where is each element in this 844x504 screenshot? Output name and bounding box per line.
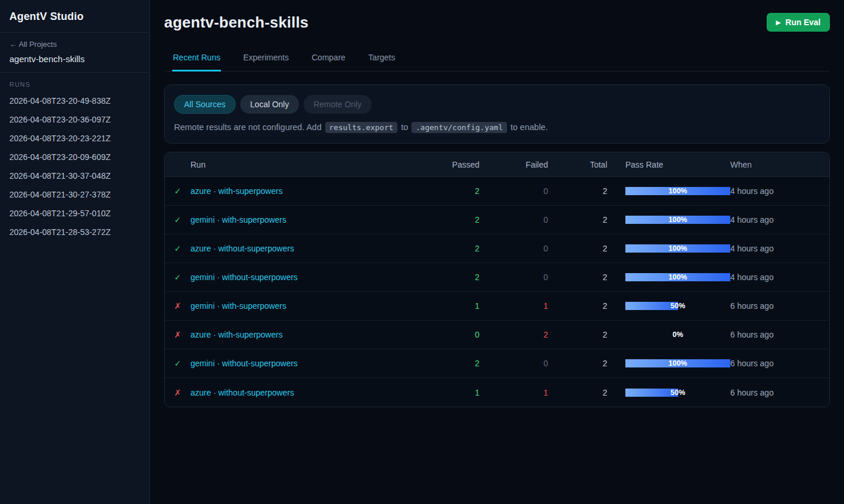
passed-count: 2 [427,215,479,224]
runs-heading: RUNS [9,81,140,88]
run-eval-button[interactable]: ▶ Run Eval [767,13,830,32]
pass-rate-label: 50% [625,389,730,397]
pass-rate-label: 50% [625,302,730,310]
filter-chip-remote-only: Remote Only [304,95,372,114]
run-link[interactable]: gemini · without-superpowers [190,359,427,368]
run-link[interactable]: azure · without-superpowers [190,388,427,397]
status-icon: ✗ [165,301,190,311]
play-icon: ▶ [776,19,781,26]
total-count: 2 [548,186,607,196]
table-row[interactable]: ✓ gemini · without-superpowers 2 0 2 100… [165,263,829,292]
run-eval-label: Run Eval [785,18,821,27]
when-label: 6 hours ago [730,359,829,368]
pass-rate-cell: 100% [607,216,730,224]
pass-rate-label: 100% [625,273,730,281]
filter-chip-local-only[interactable]: Local Only [240,95,299,114]
pass-rate-cell: 100% [607,187,730,195]
remote-config-notice: Remote results are not configured. Add r… [174,122,820,132]
run-link[interactable]: azure · without-superpowers [190,244,427,253]
table-row[interactable]: ✗ gemini · with-superpowers 1 1 2 50% 6 … [165,292,829,321]
sidebar-run-item[interactable]: 2026-04-08T23-20-23-221Z [9,129,140,148]
main-content: agentv-bench-skills ▶ Run Eval Recent Ru… [150,0,844,504]
pass-rate-pill: 100% [625,273,730,281]
pass-rate-label: 100% [625,359,730,367]
run-link[interactable]: azure · with-superpowers [190,186,427,196]
tab-experiments[interactable]: Experiments [243,48,290,71]
failed-count: 0 [479,186,548,196]
sidebar-runs-section: RUNS 2026-04-08T23-20-49-838Z2026-04-08T… [0,73,149,250]
sidebar-run-item[interactable]: 2026-04-08T23-20-09-609Z [9,148,140,166]
when-label: 4 hours ago [730,186,829,196]
table-row[interactable]: ✓ azure · with-superpowers 2 0 2 100% 4 … [165,177,829,206]
pass-rate-cell: 0% [607,331,730,339]
filter-chip-all-sources[interactable]: All Sources [174,95,236,114]
table-row[interactable]: ✗ azure · without-superpowers 1 1 2 50% … [165,378,829,407]
sidebar-run-item[interactable]: 2026-04-08T21-29-57-010Z [9,204,140,223]
pass-rate-pill: 0% [625,331,730,339]
code-config-yaml: .agentv/config.yaml [411,122,507,133]
when-label: 4 hours ago [730,215,829,224]
pass-rate-pill: 50% [625,302,730,310]
status-icon: ✓ [165,186,190,196]
when-label: 6 hours ago [730,330,829,339]
sidebar-run-item[interactable]: 2026-04-08T21-30-37-048Z [9,166,140,185]
back-all-projects-link[interactable]: ← All Projects [9,40,140,49]
main-header: agentv-bench-skills ▶ Run Eval [164,13,830,32]
failed-count: 0 [479,273,548,282]
pass-rate-pill: 100% [625,187,730,195]
failed-count: 0 [479,215,548,224]
col-total: Total [548,160,607,169]
sidebar-run-item[interactable]: 2026-04-08T23-20-49-838Z [9,91,140,110]
run-link[interactable]: gemini · with-superpowers [190,215,427,224]
pass-rate-pill: 100% [625,244,730,253]
pass-rate-pill: 100% [625,359,730,367]
status-icon: ✓ [165,215,190,224]
col-failed: Failed [479,160,548,169]
total-count: 2 [548,244,607,253]
col-pass-rate: Pass Rate [607,160,730,169]
sidebar-run-item[interactable]: 2026-04-08T23-20-36-097Z [9,110,140,129]
when-label: 6 hours ago [730,301,829,311]
passed-count: 1 [427,301,479,311]
passed-count: 1 [427,388,479,397]
sidebar-project-name: agentv-bench-skills [9,54,140,64]
table-row[interactable]: ✓ azure · without-superpowers 2 0 2 100%… [165,234,829,263]
tab-recent-runs[interactable]: Recent Runs [172,48,221,71]
pass-rate-label: 0% [625,331,730,339]
table-body: ✓ azure · with-superpowers 2 0 2 100% 4 … [165,177,829,407]
run-link[interactable]: gemini · with-superpowers [190,301,427,311]
table-row[interactable]: ✓ gemini · with-superpowers 2 0 2 100% 4… [165,206,829,234]
notice-text: to [401,122,408,132]
sidebar-run-item[interactable]: 2026-04-08T21-30-27-378Z [9,185,140,204]
when-label: 6 hours ago [730,388,829,397]
pass-rate-pill: 50% [625,389,730,397]
table-row[interactable]: ✗ azure · with-superpowers 0 2 2 0% 6 ho… [165,321,829,349]
app-title: AgentV Studio [9,11,140,23]
failed-count: 0 [479,359,548,368]
col-run: Run [190,160,427,169]
sidebar-run-item[interactable]: 2026-04-08T21-28-53-272Z [9,223,140,241]
failed-count: 2 [479,330,548,339]
run-link[interactable]: azure · with-superpowers [190,330,427,339]
page-title: agentv-bench-skills [164,13,309,32]
pass-rate-cell: 100% [607,273,730,281]
table-row[interactable]: ✓ gemini · without-superpowers 2 0 2 100… [165,349,829,378]
status-icon: ✓ [165,359,190,368]
pass-rate-label: 100% [625,187,730,195]
status-icon: ✓ [165,273,190,282]
tab-targets[interactable]: Targets [367,48,396,71]
tab-compare[interactable]: Compare [311,48,346,71]
sidebar-project-section: ← All Projects agentv-bench-skills [0,33,149,73]
passed-count: 0 [427,330,479,339]
run-link[interactable]: gemini · without-superpowers [190,273,427,282]
pass-rate-pill: 100% [625,216,730,224]
status-icon: ✗ [165,330,190,339]
code-results-export: results.export [325,122,398,133]
col-when: When [730,160,829,169]
table-header-row: Run Passed Failed Total Pass Rate When [165,152,829,177]
col-passed: Passed [427,160,479,169]
failed-count: 1 [479,301,548,311]
total-count: 2 [548,215,607,224]
total-count: 2 [548,388,607,397]
total-count: 2 [548,301,607,311]
